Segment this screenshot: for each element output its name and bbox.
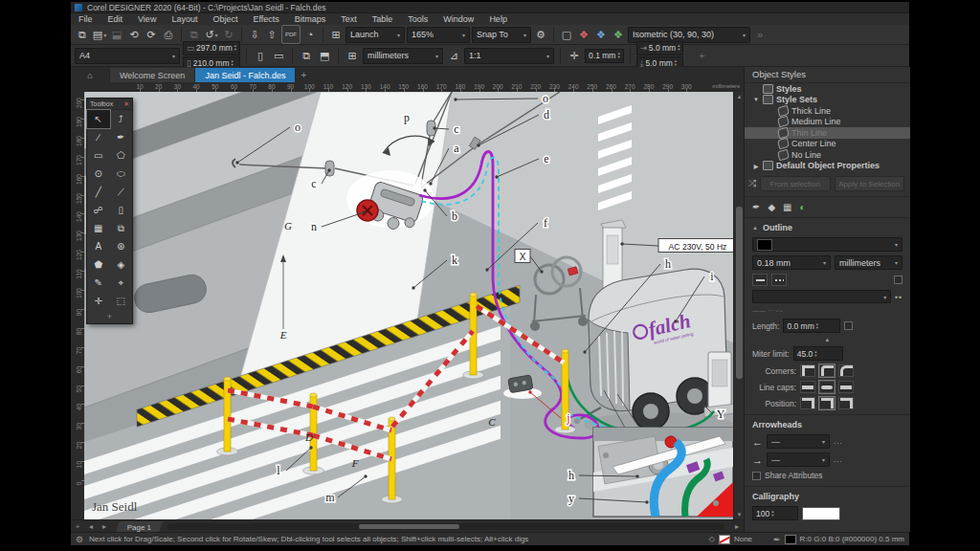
arrowheads-section-header[interactable]: Arrowheads	[752, 420, 802, 430]
style-tree-item-thin-line[interactable]: Thin Line	[745, 127, 910, 139]
pick-alt-tool-icon[interactable]: ⬚	[110, 292, 133, 310]
cloud-open-button[interactable]: ⟲	[126, 27, 142, 42]
apply-to-selection-button[interactable]: Apply to Selection	[835, 176, 905, 191]
toolbox-close-icon[interactable]: ✕	[123, 100, 129, 108]
length-checkbox[interactable]	[844, 321, 853, 330]
menu-tools[interactable]: Tools	[400, 13, 435, 25]
next-page-button[interactable]: ▸	[98, 522, 111, 531]
page-preset-dropdown[interactable]: A4▾	[75, 48, 180, 64]
style-tree-item-default-object-properties[interactable]: ▶Default Object Properties	[745, 161, 910, 172]
rectangle-tool-icon[interactable]: ▭	[87, 146, 110, 165]
print-button[interactable]: ⎙	[161, 27, 176, 42]
line-style-dropdown[interactable]: ▾	[752, 290, 891, 303]
tab-welcome-screen[interactable]: Welcome Screen	[110, 68, 195, 82]
style-tree-item-center-line[interactable]: Center Line	[745, 139, 910, 150]
calligraphy-stretch-field[interactable]: 100▴▾	[752, 506, 798, 520]
menu-table[interactable]: Table	[365, 13, 401, 25]
cloud-save-button[interactable]: ⟳	[144, 27, 159, 42]
line-style-button-2[interactable]	[771, 274, 787, 286]
freehand-tool-icon[interactable]: ∕	[87, 128, 110, 146]
position-inside-button[interactable]	[838, 397, 854, 409]
import-button[interactable]: ⇩	[247, 27, 262, 42]
drawing-scale-dropdown[interactable]: 1:1▾	[464, 48, 554, 64]
style-tree-item-style-sets[interactable]: ▼Style Sets	[745, 95, 910, 106]
right-arrowhead-dropdown[interactable]: —▾	[767, 452, 830, 467]
add-preset-button[interactable]: +	[694, 48, 709, 63]
add-tool-button[interactable]: +	[87, 310, 132, 323]
pattern-tool-icon[interactable]: ⊛	[110, 237, 133, 255]
from-selection-button[interactable]: From selection	[760, 176, 831, 191]
line-tool-icon[interactable]: ╱	[87, 183, 110, 201]
projection-top-icon[interactable]: ❖	[576, 27, 591, 42]
line-style-checkbox[interactable]	[894, 276, 902, 284]
save-button[interactable]: ⬓	[109, 27, 124, 42]
menu-file[interactable]: File	[71, 13, 100, 25]
projection-front-icon[interactable]: ❖	[593, 27, 609, 42]
shape-tool-icon[interactable]: ⤴	[110, 110, 133, 128]
style-tree-item-styles[interactable]: Styles	[745, 83, 910, 95]
outline-pen-icon[interactable]: ✒	[752, 202, 760, 212]
vertical-scroll-thumb[interactable]	[736, 207, 743, 379]
menu-window[interactable]: Window	[435, 13, 481, 25]
new-document-button[interactable]: ⧉	[75, 27, 90, 42]
options-gear-button[interactable]: ⚙	[533, 27, 548, 42]
ellipse-tool-icon[interactable]: ⬭	[110, 165, 133, 183]
duplicate-x-field[interactable]: ⇥5.0 mm▴▾	[636, 41, 684, 55]
polygon-tool-icon[interactable]: ⬠	[110, 146, 133, 165]
share-attributes-checkbox[interactable]	[752, 472, 761, 480]
toolbar-overflow-button[interactable]: »	[752, 27, 768, 42]
menu-text[interactable]: Text	[333, 13, 365, 25]
nudge-field[interactable]: 0.1 mm▴▾	[585, 49, 624, 63]
two-point-line-tool-icon[interactable]: ⟋	[110, 183, 133, 201]
calligraphy-section-header[interactable]: Calligraphy	[752, 492, 799, 501]
line-style-button-1[interactable]	[752, 274, 768, 286]
connector-tool-icon[interactable]: ⧉	[110, 219, 133, 237]
cap-round-button[interactable]	[819, 381, 835, 393]
scroll-right-arrow[interactable]: ▸	[730, 522, 744, 531]
menu-edit[interactable]: Edit	[100, 13, 131, 25]
landscape-button[interactable]: ▭	[271, 48, 286, 63]
menu-object[interactable]: Object	[205, 13, 245, 25]
outline-units-dropdown[interactable]: millimeters▾	[835, 255, 902, 270]
style-tree-item-thick-line[interactable]: Thick Line	[745, 105, 910, 117]
outline-color-dropdown[interactable]: ▾	[752, 237, 902, 252]
cylinder-tool-icon[interactable]: ▯	[110, 201, 133, 219]
menu-effects[interactable]: Effects	[245, 13, 286, 25]
status-gear-icon[interactable]: ⚙	[76, 535, 83, 544]
pattern-fill-icon[interactable]: ▦	[783, 202, 791, 212]
right-arrowhead-options-button[interactable]: ...	[834, 455, 843, 464]
border-toggle-button[interactable]: ▢	[559, 27, 574, 42]
zoom-level-dropdown[interactable]: 165%▾	[407, 27, 470, 43]
cap-square-button[interactable]	[838, 381, 854, 393]
left-arrowhead-dropdown[interactable]: —▾	[767, 434, 830, 449]
drawing-canvas[interactable]: falch world of water jetting	[84, 92, 733, 519]
tab-document[interactable]: Jan Seidl - Falch.des	[195, 68, 296, 82]
menu-layout[interactable]: Layout	[164, 13, 205, 25]
style-tree-item-medium-line[interactable]: Medium Line	[745, 117, 910, 128]
graph-paper-tool-icon[interactable]: ▦	[87, 219, 110, 237]
menu-view[interactable]: View	[130, 13, 164, 25]
fill-icon[interactable]: ◆	[768, 202, 775, 212]
style-tree-item-no-line[interactable]: No Line	[745, 149, 910, 161]
new-tab-button[interactable]: +	[296, 68, 311, 82]
projection-side-icon[interactable]: ❖	[611, 27, 626, 42]
snap-to-dropdown[interactable]: Snap To▾	[472, 27, 531, 43]
two-color-pattern-icon[interactable]: ◐	[800, 202, 806, 212]
export-button[interactable]: ⇧	[264, 27, 279, 42]
left-arrowhead-options-button[interactable]: ...	[834, 437, 843, 446]
curve-connector-tool-icon[interactable]: ☍	[87, 201, 110, 219]
canvas-horizontal-scrollbar[interactable]	[167, 523, 724, 530]
length-field[interactable]: 0.0 mm▴▾	[783, 319, 840, 333]
menu-help[interactable]: Help	[481, 13, 515, 25]
outline-width-dropdown[interactable]: 0.18 mm▾	[752, 255, 831, 270]
launch-dropdown[interactable]: Launch▾	[345, 27, 405, 43]
miter-limit-field[interactable]: 45.0▴▾	[793, 346, 843, 361]
publish-pdf-button[interactable]: PDF	[281, 25, 301, 44]
vertical-ruler[interactable]: 2001901801701601501401301201101009080706…	[71, 92, 85, 519]
corner-miter-button[interactable]	[800, 364, 815, 377]
style-options-icon[interactable]: ⤮	[748, 178, 756, 189]
add-page-button[interactable]: +	[71, 522, 84, 531]
menu-bitmaps[interactable]: Bitmaps	[287, 13, 334, 25]
previous-page-button[interactable]: ◂	[84, 522, 98, 531]
position-outside-button[interactable]	[800, 397, 815, 409]
